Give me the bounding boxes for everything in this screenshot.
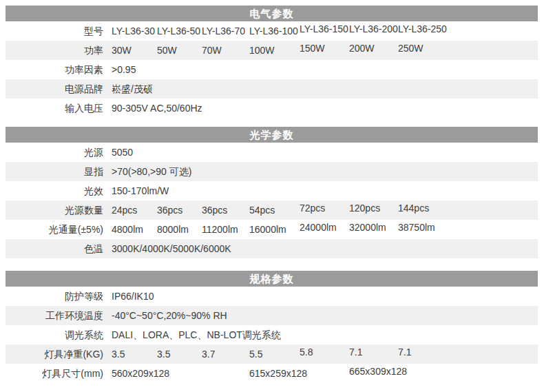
cell-value: 120pcs <box>349 198 380 218</box>
section-rows: 型号LY-L36-30LY-L36-50LY-L36-70LY-L36-100L… <box>6 21 538 118</box>
cell-value: 100W <box>249 41 275 60</box>
cell-value: 5.5 <box>249 344 262 364</box>
cell-value: 5050 <box>112 143 133 162</box>
row-label: 调光系统 <box>6 325 103 344</box>
cell-value: 16000lm <box>249 220 286 239</box>
section-rows: 光源5050显指>70(>80,>90 可选)光效150-170lm/W光源数量… <box>6 143 538 258</box>
table-row: 灯具净重(KG)3.53.53.75.55.87.17.1 <box>6 344 538 364</box>
section-rows: 防护等级IP66/IK10工作环境温度-40°C~50°C,20%~90% RH… <box>6 287 538 383</box>
cell-value: 36pcs <box>202 200 227 220</box>
cell-value: >0.95 <box>112 60 136 79</box>
table-row: 功率因素>0.95 <box>6 60 538 79</box>
row-label: 防护等级 <box>6 287 103 306</box>
cell-value: 24000lm <box>300 218 337 237</box>
cell-value: IP66/IK10 <box>112 287 154 306</box>
cell-value: LY-L36-250 <box>398 19 447 39</box>
cell-value: 150-170lm/W <box>112 181 169 200</box>
cell-value: 3.7 <box>202 344 215 364</box>
table-row: 工作环境温度-40°C~50°C,20%~90% RH <box>6 306 538 325</box>
cell-value: 5.8 <box>300 342 313 362</box>
cell-value: 150W <box>300 39 325 58</box>
section-spec-params: 规格参数 防护等级IP66/IK10工作环境温度-40°C~50°C,20%~9… <box>6 271 538 383</box>
cell-value: -40°C~50°C,20%~90% RH <box>112 306 227 325</box>
table-row: 光通量(±5%)4800lm8000lm11200lm16000lm24000l… <box>6 220 538 239</box>
table-row: 光源数量24pcs36pcs36pcs54pcs72pcs120pcs144pc… <box>6 200 538 220</box>
section-optical-params: 光学参数 光源5050显指>70(>80,>90 可选)光效150-170lm/… <box>6 127 538 258</box>
cell-value: 7.1 <box>398 342 411 362</box>
cell-value: 3.5 <box>112 344 125 364</box>
row-label: 光效 <box>6 181 103 200</box>
row-label: 电源品牌 <box>6 79 103 99</box>
cell-value: 36pcs <box>157 200 182 220</box>
table-row: 型号LY-L36-30LY-L36-50LY-L36-70LY-L36-100L… <box>6 21 538 41</box>
section-title: 光学参数 <box>6 127 538 143</box>
table-row: 显指>70(>80,>90 可选) <box>6 162 538 181</box>
row-label: 光源 <box>6 143 103 162</box>
cell-value: 144pcs <box>398 198 429 218</box>
row-label: 型号 <box>6 21 103 41</box>
spec-sheet-page: 电气参数 型号LY-L36-30LY-L36-50LY-L36-70LY-L36… <box>0 6 544 392</box>
row-label: 显指 <box>6 162 103 181</box>
cell-value: LY-L36-100 <box>249 21 298 41</box>
row-label: 输入电压 <box>6 99 103 118</box>
cell-value: 615x259x128 <box>249 364 307 383</box>
table-row: 色温3000K/4000K/5000K/6000K <box>6 239 538 258</box>
cell-value: 24pcs <box>112 200 137 220</box>
cell-value: 54pcs <box>249 200 275 220</box>
table-row: 功率30W50W70W100W150W200W250W <box>6 41 538 60</box>
cell-value: 32000lm <box>349 218 386 237</box>
cell-value: 38750lm <box>398 218 435 237</box>
cell-value: 崧盛/茂硕 <box>112 79 153 99</box>
table-row: 输入电压90-305V AC,50/60Hz <box>6 99 538 118</box>
section-title: 电气参数 <box>6 6 538 21</box>
cell-value: 72pcs <box>300 198 325 218</box>
cell-value: 3000K/4000K/5000K/6000K <box>112 239 231 258</box>
cell-value: LY-L36-150 <box>300 19 348 39</box>
cell-value: LY-L36-30 <box>112 21 155 41</box>
cell-value: 50W <box>157 41 177 60</box>
section-title: 规格参数 <box>6 271 538 287</box>
cell-value: 200W <box>349 39 375 58</box>
row-label: 光通量(±5%) <box>6 220 103 239</box>
table-row: 调光系统DALI、LORA、PLC、NB-LOT调光系统 <box>6 325 538 344</box>
cell-value: 11200lm <box>202 220 238 239</box>
row-label: 光源数量 <box>6 200 103 220</box>
table-row: 防护等级IP66/IK10 <box>6 287 538 306</box>
cell-value: 7.1 <box>349 342 362 362</box>
table-row: 光效150-170lm/W <box>6 181 538 200</box>
cell-value: 3.5 <box>157 344 170 364</box>
table-row: 灯具尺寸(mm)560x209x128615x259x128665x309x12… <box>6 364 538 383</box>
cell-value: 665x309x128 <box>349 362 407 381</box>
cell-value: 560x209x128 <box>112 364 169 383</box>
cell-value: >70(>80,>90 可选) <box>112 162 191 181</box>
cell-value: 90-305V AC,50/60Hz <box>112 99 202 118</box>
cell-value: 30W <box>112 41 132 60</box>
section-electrical-params: 电气参数 型号LY-L36-30LY-L36-50LY-L36-70LY-L36… <box>6 6 538 118</box>
row-label: 色温 <box>6 239 103 258</box>
row-label: 工作环境温度 <box>6 306 103 325</box>
table-row: 光源5050 <box>6 143 538 162</box>
row-label: 灯具净重(KG) <box>6 344 103 364</box>
cell-value: 8000lm <box>157 220 189 239</box>
cell-value: 70W <box>202 41 222 60</box>
cell-value: DALI、LORA、PLC、NB-LOT调光系统 <box>112 325 281 344</box>
row-label: 灯具尺寸(mm) <box>6 364 103 383</box>
table-row: 电源品牌崧盛/茂硕 <box>6 79 538 99</box>
cell-value: 4800lm <box>112 220 143 239</box>
row-label: 功率 <box>6 41 103 60</box>
cell-value: LY-L36-70 <box>202 21 245 41</box>
cell-value: LY-L36-50 <box>157 21 200 41</box>
cell-value: LY-L36-200 <box>349 19 398 39</box>
row-label: 功率因素 <box>6 60 103 79</box>
cell-value: 250W <box>398 39 423 58</box>
